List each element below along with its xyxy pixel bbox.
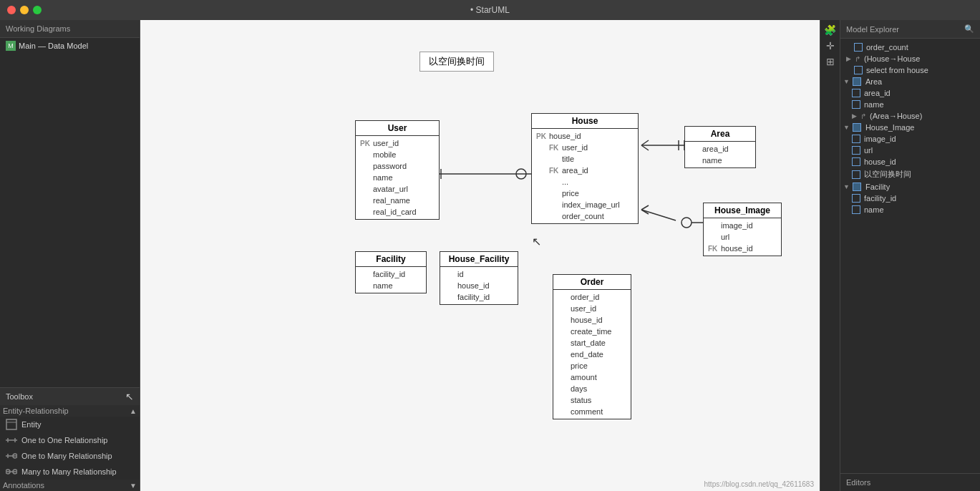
table-row: id [440,268,518,280]
move-icon[interactable]: ✛ [826,40,835,52]
one-one-icon [6,434,17,446]
working-diagrams-header: Working Diagrams [0,20,140,38]
table-row: name [356,280,426,291]
table-facility[interactable]: Facility facility_id name [355,251,427,293]
table-row: end_date [553,349,631,360]
table-row: FKhouse_id [704,243,781,254]
window-controls [7,6,42,14]
table-area-body: area_id name [685,142,755,167]
tree-section-area[interactable]: ▼ Area [840,76,980,87]
tree-item-facility-name[interactable]: name [840,204,980,215]
tool-one-many[interactable]: One to Many Relationship [0,448,140,464]
cursor-icon: ↖ [125,391,134,402]
toolbox-label: Toolbox [6,392,33,401]
table-house-header: House [532,114,638,129]
right-toolbar: 🧩 ✛ ⊞ [820,20,840,491]
tree-item-hi-house-id[interactable]: house_id [840,156,980,167]
toolbox: Toolbox ↖ Entity-Relationship ▲ Entity O… [0,387,140,491]
table-row: price [553,360,631,371]
table-order-body: order_id user_id house_id create_time st… [553,290,631,419]
table-user-header: User [356,121,439,136]
table-row: user_id [553,303,631,314]
table-row: order_id [553,291,631,303]
maximize-button[interactable] [33,6,42,14]
table-row: mobile [356,149,439,160]
svg-line-21 [641,210,649,214]
tree-item-facility-id[interactable]: facility_id [840,193,980,204]
field-icon [852,205,860,214]
svg-line-20 [641,205,649,210]
table-row: FKuser_id [532,142,638,153]
er-section[interactable]: Entity-Relationship ▲ [0,405,140,417]
tool-many-many[interactable]: Many to Many Relationship [0,464,140,480]
tree-label: select from house [866,66,928,74]
field-icon [852,194,860,203]
table-row: status [553,394,631,406]
field-icon [852,170,860,179]
collapse-icon: ▼ [843,78,850,85]
table-row: FKarea_id [532,165,638,176]
tree-label: name [864,100,884,109]
toolbox-header: Toolbox ↖ [0,388,140,405]
table-house-facility[interactable]: House_Facility id house_id facility_id [440,251,518,305]
er-section-arrow: ▲ [130,407,137,415]
table-house[interactable]: House PKhouse_id FKuser_id title FKarea_… [531,113,639,224]
tree-item-hi-url[interactable]: url [840,145,980,156]
table-row: facility_id [440,291,518,303]
tool-entity[interactable]: Entity [0,417,140,432]
er-section-label: Entity-Relationship [3,407,69,415]
table-row: title [532,153,638,165]
table-house-image-header: House_Image [704,203,781,218]
table-row: PKhouse_id [532,130,638,142]
pk-label: PK [360,140,370,147]
tree-item-house-rel[interactable]: ▶ ↱ (House→House [840,53,980,64]
model-tree: order_count ▶ ↱ (House→House select from… [840,39,980,473]
tool-one-many-label: One to Many Relationship [21,452,112,460]
table-row: house_id [553,314,631,326]
table-house-facility-body: id house_id facility_id [440,267,518,304]
table-row: comment [553,406,631,417]
editors-label: Editors [840,473,980,491]
tree-label: house_id [864,157,896,166]
tool-one-one-label: One to One Relationship [21,436,107,444]
tree-item-area-name[interactable]: name [840,99,980,110]
table-house-image-body: image_id url FKhouse_id [704,218,781,256]
annotations-section[interactable]: Annotations ▼ [0,480,140,491]
table-row: ... [532,176,638,188]
table-row: house_id [440,280,518,291]
table-row: name [685,155,755,166]
db-icon [853,123,861,132]
many-many-icon [6,466,17,477]
canvas: 以空间换时间 User PKuser_ [140,20,820,491]
titlebar: • StarUML [0,0,980,20]
table-row: real_name [356,195,439,206]
db-icon [853,77,861,86]
table-house-image[interactable]: House_Image image_id url FKhouse_id [703,203,782,256]
table-order[interactable]: Order order_id user_id house_id create_t… [553,274,631,419]
tree-label: Facility [865,183,890,191]
minimize-button[interactable] [20,6,29,14]
tree-item-select-from-house[interactable]: select from house [840,64,980,76]
tree-item-order-count[interactable]: order_count [840,42,980,53]
tree-item-area-house-rel[interactable]: ▶ ↱ (Area→House) [840,110,980,122]
floating-label[interactable]: 以空间换时间 [419,52,494,72]
field-icon [852,157,860,166]
table-row: password [356,160,439,172]
tree-section-house-image[interactable]: ▼ House_Image [840,122,980,133]
tree-item-area-id[interactable]: area_id [840,87,980,99]
table-user[interactable]: User PKuser_id mobile password name avat… [355,120,440,220]
tree-section-facility[interactable]: ▼ Facility [840,181,980,193]
search-icon[interactable]: 🔍 [964,24,974,34]
table-row: days [553,383,631,394]
close-button[interactable] [7,6,16,14]
tree-item-image-id[interactable]: image_id [840,133,980,145]
field-icon [852,100,860,109]
table-area[interactable]: Area area_id name [684,126,756,168]
diagram-item[interactable]: M Main — Data Model [0,38,140,54]
puzzle-icon[interactable]: 🧩 [824,24,836,36]
diagram-label: Main — Data Model [19,42,88,50]
tool-one-one[interactable]: One to One Relationship [0,432,140,448]
tree-item-yikongjian[interactable]: 以空间换时间 [840,167,980,181]
tree-label: order_count [866,43,908,52]
grid-icon[interactable]: ⊞ [826,56,835,67]
